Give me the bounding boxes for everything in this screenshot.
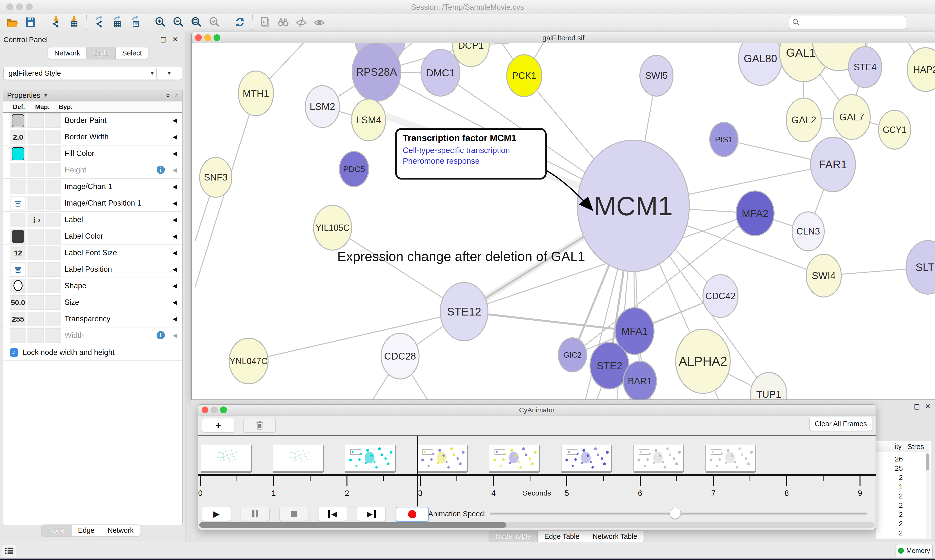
expand-arrow-icon[interactable]: ◀ <box>173 200 177 206</box>
table-cell[interactable]: 2 <box>876 510 903 518</box>
network-node-SLT2[interactable]: SLT2 <box>906 241 935 294</box>
expand-arrow-icon[interactable]: ◀ <box>173 117 177 124</box>
tab-network[interactable]: Network <box>48 47 87 59</box>
property-row-image-chart-position-1[interactable]: Image/Chart Position 1◀ <box>3 195 182 212</box>
import-network-button[interactable] <box>47 15 65 30</box>
table-cell[interactable]: 2 <box>876 520 903 528</box>
network-node-YNL047C[interactable]: YNL047C <box>229 338 268 384</box>
slider-thumb[interactable] <box>670 508 681 519</box>
info-icon[interactable]: i <box>157 331 165 339</box>
tab-edge-table[interactable]: Edge Table <box>538 531 586 542</box>
annotation-box[interactable]: Transcription factor MCM1 Cell-type-spec… <box>395 128 547 180</box>
clear-all-frames-button[interactable]: Clear All Frames <box>809 417 872 431</box>
style-selector[interactable]: galFiltered Style ▼ <box>3 67 160 80</box>
record-button[interactable] <box>396 507 429 522</box>
tab-style[interactable]: Style <box>87 47 116 59</box>
search-field[interactable] <box>789 16 906 29</box>
memory-button[interactable]: Memory <box>896 544 933 557</box>
zoom-in-button[interactable] <box>151 15 170 30</box>
show-panels-button[interactable] <box>2 544 16 557</box>
network-node-GAL2[interactable]: GAL2 <box>786 98 821 142</box>
expand-arrow-icon[interactable]: ◀ <box>173 167 177 174</box>
expand-arrow-icon[interactable]: ◀ <box>173 134 177 140</box>
style-options-button[interactable]: ▼ <box>156 67 182 80</box>
table-cell[interactable]: 2 <box>876 492 903 500</box>
default-value[interactable]: 255 <box>12 315 24 323</box>
position-icon[interactable] <box>11 263 25 275</box>
property-row-width[interactable]: Widthi◀ <box>3 327 182 344</box>
close-panel-icon[interactable]: ✕ <box>925 403 930 410</box>
table-cell[interactable]: 2 <box>876 529 903 537</box>
color-swatch[interactable] <box>12 114 24 127</box>
network-node-LSM2[interactable]: LSM2 <box>305 86 339 128</box>
export-table-button[interactable] <box>108 15 126 30</box>
expand-arrow-icon[interactable]: ◀ <box>173 299 177 306</box>
tab-edge[interactable]: Edge <box>71 525 101 536</box>
zoom-selected-button[interactable] <box>205 15 224 30</box>
tab-node[interactable]: Node <box>42 525 71 536</box>
play-button[interactable]: ▶ <box>202 507 231 521</box>
refresh-button[interactable] <box>231 15 249 30</box>
property-row-label-font-size[interactable]: 12Label Font Size◀ <box>3 245 182 261</box>
property-row-label-color[interactable]: Label Color◀ <box>3 228 182 245</box>
tab-network-table[interactable]: Network Table <box>586 531 644 542</box>
network-window-titlebar[interactable]: galFiltered.sif <box>191 32 935 43</box>
tab-node-table[interactable]: Node Table <box>489 531 538 542</box>
table-column-header[interactable]: ity <box>876 441 904 452</box>
annotation-link[interactable]: Pheromone response <box>403 157 539 166</box>
zoom-out-button[interactable] <box>170 15 187 30</box>
network-node-MFA2[interactable]: MFA2 <box>736 191 774 236</box>
property-row-transparency[interactable]: 255Transparency◀ <box>3 311 182 328</box>
network-node-GAL80[interactable]: GAL80 <box>739 43 782 85</box>
add-frame-button[interactable]: + <box>202 418 234 432</box>
expand-arrow-icon[interactable]: ◀ <box>173 266 177 273</box>
property-row-fill-color[interactable]: Fill Color◀ <box>3 145 182 162</box>
import-table-button[interactable] <box>65 15 83 30</box>
export-image-button[interactable] <box>126 15 144 30</box>
network-node-STE4[interactable]: STE4 <box>849 47 882 88</box>
network-canvas[interactable]: RPS28ADMC1DCP1PCK1SWI5GAL80GAL11STE4HAP2… <box>191 43 935 400</box>
network-node-PDC5[interactable]: PDC5 <box>339 152 369 186</box>
network-node-CLN3[interactable]: CLN3 <box>792 212 824 251</box>
network-node-MTH1[interactable]: MTH1 <box>238 71 273 116</box>
color-swatch[interactable] <box>12 230 24 243</box>
network-node-MCM1[interactable]: MCM1 <box>577 140 689 271</box>
binoculars-button[interactable] <box>274 15 292 30</box>
eye-button[interactable] <box>310 15 328 30</box>
default-value[interactable]: 2.0 <box>13 133 23 142</box>
position-icon[interactable] <box>11 197 25 209</box>
properties-header[interactable]: Properties ▼ » » <box>3 89 182 102</box>
expand-all-icon[interactable]: » <box>164 93 173 97</box>
network-node-BAR1[interactable]: BAR1 <box>623 361 656 400</box>
property-row-shape[interactable]: Shape◀ <box>3 278 182 294</box>
network-node-FAR1[interactable]: FAR1 <box>811 137 855 192</box>
network-node-YIL105C[interactable]: YIL105C <box>313 205 352 250</box>
network-node-STE12[interactable]: STE12 <box>440 282 488 341</box>
network-node-GIC2[interactable]: GIC2 <box>559 338 586 372</box>
mapping-icon[interactable]: ⋮› <box>31 215 40 224</box>
network-node-CDC42[interactable]: CDC42 <box>703 275 738 317</box>
network-node-SNF3[interactable]: SNF3 <box>200 157 232 197</box>
network-node-CDC28[interactable]: CDC28 <box>381 333 419 379</box>
expand-arrow-icon[interactable]: ◀ <box>173 150 177 157</box>
close-panel-icon[interactable]: ✕ <box>173 36 178 43</box>
property-row-label-position[interactable]: Label Position◀ <box>3 261 182 278</box>
network-node-RPS28A[interactable]: RPS28A <box>352 43 401 101</box>
property-row-border-width[interactable]: 2.0Border Width◀ <box>3 129 182 146</box>
property-row-height[interactable]: Heighti◀ <box>3 162 182 178</box>
tab-select[interactable]: Select <box>116 47 148 59</box>
property-row-size[interactable]: 50.0Size◀ <box>3 294 182 311</box>
expand-arrow-icon[interactable]: ◀ <box>173 332 177 339</box>
stop-button[interactable] <box>279 507 308 521</box>
network-node-SWI4[interactable]: SWI4 <box>806 254 841 297</box>
table-cell[interactable]: 2 <box>876 501 903 509</box>
network-node-LSM4[interactable]: LSM4 <box>352 99 386 141</box>
expand-arrow-icon[interactable]: ◀ <box>173 233 177 240</box>
network-node-GAL7[interactable]: GAL7 <box>833 95 870 139</box>
expand-arrow-icon[interactable]: ◀ <box>173 282 177 289</box>
ellipse-shape-icon[interactable] <box>13 280 23 293</box>
table-cell[interactable]: 26 <box>876 455 903 463</box>
annotation-link[interactable]: Cell-type-specific transcription <box>403 146 539 155</box>
timeline-scrollbar[interactable] <box>199 522 875 528</box>
zoom-fit-button[interactable] <box>187 15 205 30</box>
